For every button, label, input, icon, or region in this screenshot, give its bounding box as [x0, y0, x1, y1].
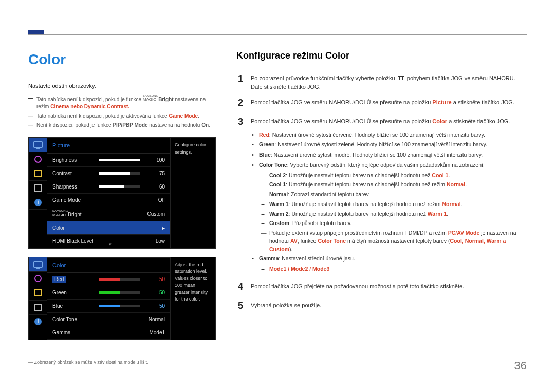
- step-body: Po zobrazení průvodce funkčními tlačítky…: [251, 72, 527, 91]
- header-accent-block: [28, 30, 44, 34]
- step-4: 4 Pomocí tlačítka JOG přejděte na požado…: [236, 280, 527, 294]
- sub-cool1: ‒Cool 1: Umožňuje nastavit teplotu barev…: [261, 181, 527, 189]
- step-number: 2: [236, 96, 245, 110]
- header-rule: [28, 34, 527, 35]
- monitor-icon: [29, 138, 47, 152]
- sub-warm2: ‒Warm 2: Umožňuje nastavit teplotu barev…: [261, 210, 527, 218]
- note-text: Není k dispozici, pokud je funkce PIP/PB…: [36, 121, 210, 129]
- bullet-colortone: •Color Tone: Vyberte barevný odstín, kte…: [251, 161, 527, 170]
- osd-row-blue: Blue50: [47, 300, 170, 313]
- note-item: ― Tato nabídka není k dispozici, pokud j…: [28, 95, 216, 111]
- availability-notes: ― Tato nabídka není k dispozici, pokud j…: [28, 95, 216, 129]
- note-item: ― Není k dispozici, pokud je funkce PIP/…: [28, 121, 216, 129]
- step-body: Pomocí tlačítka JOG přejděte na požadova…: [251, 280, 527, 294]
- page-content: Color Nastavte odstín obrazovky. ― Tato …: [0, 0, 555, 366]
- osd-header: Picture: [47, 138, 170, 154]
- step-3: 3 Pomocí tlačítka JOG ve směru NAHORU/DO…: [236, 115, 527, 275]
- osd-main: Picture Brightness100 Contrast75 Sharpne…: [47, 138, 170, 248]
- footnote-separator: [28, 356, 90, 356]
- osd-row-brightness: Brightness100: [47, 154, 170, 167]
- step-5: 5 Vybraná položka se použije.: [236, 299, 527, 313]
- footnote: ― Zobrazený obrázek se může v závislosti…: [28, 359, 216, 366]
- note-item: ― Tato nabídka není k dispozici, pokud j…: [28, 112, 216, 120]
- gear-icon: [29, 272, 47, 286]
- steps-list: 1 Po zobrazení průvodce funkčními tlačít…: [236, 72, 527, 313]
- step-number: 4: [236, 280, 245, 294]
- sub-custom: ‒Custom: Přizpůsobí teplotu barev.: [261, 219, 527, 228]
- step-2: 2 Pomocí tlačítka JOG ve směru NAHORU/DO…: [236, 96, 527, 110]
- sub-warm1: ‒Warm 1: Umožňuje nastavit teplotu barev…: [261, 200, 527, 209]
- step-body: Vybraná položka se použije.: [251, 299, 527, 313]
- osd-row-colortone: Color ToneNormal: [47, 313, 170, 326]
- note-text: Tato nabídka není k dispozici, pokud je …: [36, 95, 216, 111]
- colortone-sublist: ‒Cool 2: Umožňuje nastavit teplotu barev…: [261, 172, 527, 228]
- step-number: 1: [236, 72, 245, 91]
- osd-row-gamma: GammaMode1: [47, 326, 170, 340]
- dash-icon: ―: [28, 121, 33, 129]
- gear-icon: [29, 152, 47, 166]
- osd-row-red: Red50: [47, 273, 170, 286]
- osd-row-gamemode: Game ModeOff: [47, 194, 170, 207]
- right-column: Konfigurace režimu Color 1 Po zobrazení …: [236, 49, 527, 366]
- grid-icon: [29, 166, 47, 181]
- bullet-green: •Green: Nastavení úrovně sytosti zelené.…: [251, 141, 527, 149]
- dash-icon: ―: [28, 95, 33, 111]
- osd-help: Adjust the red saturation level. Values …: [170, 257, 215, 340]
- info-icon: i: [29, 195, 47, 210]
- section-desc: Nastavte odstín obrazovky.: [28, 82, 216, 90]
- bullet-blue: •Blue: Nastavení úrovně sytosti modré. H…: [251, 151, 527, 159]
- sub-normal: ‒Normal: Zobrazí standardní teplotu bare…: [261, 191, 527, 199]
- osd-row-sharpness: Sharpness60: [47, 180, 170, 194]
- left-column: Color Nastavte odstín obrazovky. ― Tato …: [28, 49, 216, 366]
- osd-help: Configure color settings.: [170, 138, 215, 248]
- grid-icon: [29, 286, 47, 301]
- bullet-gamma: •Gamma: Nastavení střední úrovně jasu.: [251, 255, 527, 263]
- osd-color-menu: i Color Red50 Green50 Blue50 Color ToneN…: [28, 257, 216, 341]
- settings-icon: [29, 181, 47, 195]
- osd-row-green: Green50: [47, 286, 170, 300]
- dash-icon: ―: [28, 112, 33, 120]
- step-body: Pomocí tlačítka JOG ve směru NAHORU/DOLŮ…: [251, 115, 527, 275]
- page-number: 36: [514, 357, 527, 374]
- colortone-note: ― Pokud je externí vstup připojen prostř…: [261, 229, 527, 253]
- section-title: Color: [28, 49, 216, 70]
- step-number: 3: [236, 115, 245, 275]
- bullet-red: •Red: Nastavení úrovně sytosti červené. …: [251, 131, 527, 139]
- osd-sidebar: i: [29, 257, 47, 340]
- magic-prefix: SAMSUNGMAGIC: [143, 95, 158, 103]
- monitor-icon: [29, 257, 47, 272]
- osd-row-color: Color▸: [47, 221, 170, 235]
- procedure-title: Konfigurace režimu Color: [236, 49, 527, 63]
- osd-main: Color Red50 Green50 Blue50 Color ToneNor…: [47, 257, 170, 340]
- osd-row-contrast: Contrast75: [47, 167, 170, 180]
- info-icon: i: [29, 315, 47, 329]
- menu-icon: [398, 76, 404, 81]
- note-text: Tato nabídka není k dispozici, pokud je …: [36, 112, 199, 120]
- osd-picture-menu: i Picture Brightness100 Contrast75 Sharp…: [28, 137, 216, 248]
- step-1: 1 Po zobrazení průvodce funkčními tlačít…: [236, 72, 527, 91]
- osd-sidebar: i: [29, 138, 47, 248]
- osd-row-magicbright: SAMSUNGMAGICBrightCustom: [47, 207, 170, 221]
- step-number: 5: [236, 299, 245, 313]
- sub-cool2: ‒Cool 2: Umožňuje nastavit teplotu barev…: [261, 172, 527, 180]
- settings-icon: [29, 301, 47, 315]
- step-body: Pomocí tlačítka JOG ve směru NAHORU/DOLŮ…: [251, 96, 527, 110]
- osd-row-hdmibl: HDMI Black LevelLow▾: [47, 235, 170, 248]
- osd-header: Color: [47, 257, 170, 273]
- option-bullets: •Red: Nastavení úrovně sytosti červené. …: [251, 131, 527, 273]
- gamma-sublist: ‒Mode1 / Mode2 / Mode3: [261, 265, 527, 273]
